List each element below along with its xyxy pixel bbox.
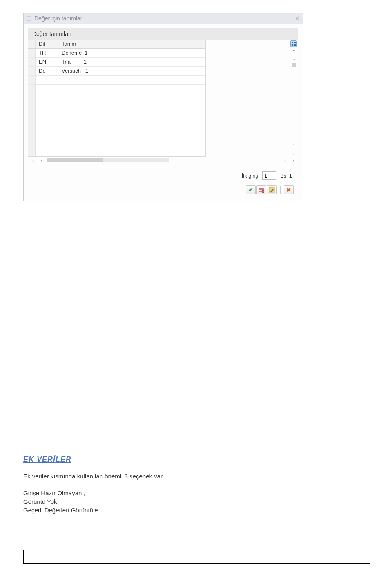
window-icon (26, 16, 32, 21)
cell-tanim[interactable] (58, 85, 205, 93)
table-row[interactable]: EN Trial 1 (28, 58, 205, 67)
option-line: Görüntü Yok (23, 497, 366, 506)
page: Değer için tanımlar Değer tanımları Dil … (0, 0, 392, 574)
cell-dil[interactable]: De (36, 67, 58, 75)
svg-rect-4 (294, 42, 296, 43)
scroll-left-icon[interactable]: ‹ (30, 158, 36, 163)
bsl-label: Bşl 1 (280, 173, 292, 179)
cell-tanim[interactable] (58, 111, 205, 120)
scroll-down-icon[interactable]: ⌄ (291, 56, 296, 62)
row-selector[interactable] (28, 120, 36, 129)
row-selector[interactable] (28, 93, 36, 102)
dialog-titlebar: Değer için tanımlar (24, 13, 303, 24)
cancel-button[interactable]: ✖ (284, 185, 294, 194)
cell-tanim[interactable]: Versuch 1 (58, 67, 205, 75)
row-selector[interactable] (28, 102, 36, 111)
dialog-body: Değer tanımları Dil Tanım TR Deneme 1 (24, 24, 303, 201)
row-selector-header (28, 40, 36, 48)
cell-dil[interactable] (36, 93, 58, 102)
details-button[interactable] (256, 185, 266, 194)
table-row[interactable] (28, 76, 205, 85)
entry-info-row: İlk giriş Bşl 1 (28, 165, 298, 183)
scroll-up-icon[interactable]: ⌃ (291, 143, 296, 149)
option-line: Girişe Hazır Olmayan , (23, 489, 366, 497)
cell-dil[interactable] (36, 129, 58, 138)
row-selector[interactable] (28, 67, 36, 75)
column-header-tanim[interactable]: Tanım (58, 40, 205, 48)
dialog-button-row: ✔ ✖ (28, 183, 298, 198)
cell-tanim[interactable] (58, 129, 205, 138)
cell-dil[interactable] (36, 111, 58, 120)
cell-tanim[interactable] (58, 76, 205, 84)
vertical-scrollbar: ⌃ ⌄ ⌃ ⌄ (289, 40, 298, 157)
cell-tanim[interactable] (58, 93, 205, 102)
row-selector[interactable] (28, 147, 36, 156)
table-row[interactable] (28, 85, 205, 93)
table-row[interactable]: TR Deneme 1 (28, 49, 205, 58)
table-row[interactable] (28, 111, 205, 120)
cell-dil[interactable]: TR (36, 49, 58, 57)
cell-dil[interactable] (36, 76, 58, 84)
footer-cell (24, 550, 197, 563)
svg-rect-0 (27, 16, 31, 20)
check-icon: ✔ (248, 187, 253, 193)
svg-rect-3 (292, 42, 293, 43)
section-heading: EK VERİLER (23, 455, 366, 464)
cell-tanim[interactable] (58, 138, 205, 147)
table-row[interactable] (28, 93, 205, 102)
row-selector[interactable] (28, 85, 36, 93)
confirm-button[interactable]: ✔ (246, 185, 256, 194)
row-selector[interactable] (28, 49, 36, 57)
cell-dil[interactable] (36, 85, 58, 93)
cell-tanim[interactable] (58, 120, 205, 129)
close-icon[interactable] (294, 16, 300, 21)
table-settings-icon[interactable] (290, 40, 297, 47)
scroll-left-icon[interactable]: ‹ (282, 158, 288, 163)
cell-tanim[interactable]: Deneme 1 (58, 49, 205, 57)
horizontal-scrollbar: ‹ › ‹ › (28, 157, 298, 165)
cell-tanim[interactable] (58, 147, 205, 156)
cell-dil[interactable] (36, 120, 58, 129)
hscroll-track[interactable] (47, 158, 169, 162)
table-row[interactable] (28, 102, 205, 111)
cell-dil[interactable]: EN (36, 58, 58, 66)
row-selector[interactable] (28, 58, 36, 66)
close-icon: ✖ (286, 187, 291, 193)
footer-cell (197, 550, 370, 563)
scroll-right-icon[interactable]: › (38, 158, 44, 163)
column-header-dil[interactable]: Dil (36, 40, 58, 48)
table-header-row: Dil Tanım (28, 40, 205, 49)
dialog-title: Değer için tanımlar (34, 15, 82, 22)
first-entry-label: İlk giriş (242, 173, 258, 179)
table-row[interactable] (28, 120, 205, 129)
cell-dil[interactable] (36, 147, 58, 156)
hscroll-thumb[interactable] (47, 158, 103, 162)
scroll-thumb[interactable] (292, 63, 296, 67)
table-row[interactable] (28, 129, 205, 138)
pencil-icon (269, 187, 275, 193)
dialog-window: Değer için tanımlar Değer tanımları Dil … (23, 13, 303, 201)
svg-rect-7 (259, 188, 264, 189)
panel-label: Değer tanımları (28, 28, 298, 40)
scroll-down-icon[interactable]: ⌄ (291, 150, 296, 156)
first-entry-input[interactable] (262, 171, 276, 180)
svg-rect-6 (294, 44, 296, 46)
scroll-right-icon[interactable]: › (290, 158, 296, 163)
row-selector[interactable] (28, 76, 36, 84)
table-row[interactable]: De Versuch 1 (28, 67, 205, 76)
table-row[interactable] (28, 138, 205, 147)
scroll-up-icon[interactable]: ⌃ (291, 49, 296, 54)
cell-tanim[interactable]: Trial 1 (58, 58, 205, 66)
option-list: Girişe Hazır Olmayan , Görüntü Yok Geçer… (23, 489, 366, 514)
row-selector[interactable] (28, 129, 36, 138)
section-paragraph: Ek veriler kısmında kullanılan önemli 3 … (23, 473, 366, 480)
cell-dil[interactable] (36, 138, 58, 147)
document-section: EK VERİLER Ek veriler kısmında kullanıla… (23, 455, 366, 514)
cell-dil[interactable] (36, 102, 58, 111)
edit-button[interactable] (267, 185, 277, 194)
row-selector[interactable] (28, 111, 36, 120)
row-selector[interactable] (28, 138, 36, 147)
table-row[interactable] (28, 147, 205, 156)
option-line: Geçerli Değerleri Görüntüle (23, 506, 366, 514)
cell-tanim[interactable] (58, 102, 205, 111)
